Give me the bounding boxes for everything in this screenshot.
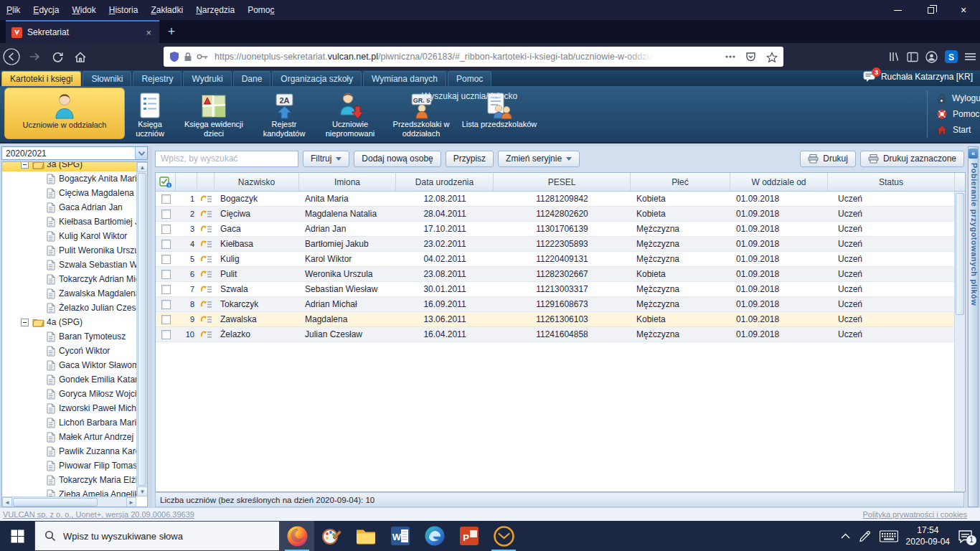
- bookmark-star-icon[interactable]: [766, 52, 778, 62]
- taskbar-explorer[interactable]: [349, 521, 383, 551]
- tree-student[interactable]: Gaca Adrian Jan: [2, 200, 136, 215]
- menu-plik[interactable]: Plik: [0, 5, 27, 15]
- tree-student[interactable]: Tokarczyk Maria Elżbieta: [2, 473, 136, 487]
- page-actions-icon[interactable]: [725, 55, 735, 58]
- col-pesel[interactable]: PESEL: [494, 173, 631, 191]
- table-row[interactable]: 9 Zawalska Magdalena 13.06.2011 11261306…: [156, 312, 965, 327]
- tree-student[interactable]: Pawlik Zuzanna Karolina: [2, 444, 136, 458]
- col-imiona[interactable]: Imiona: [299, 173, 396, 191]
- hamburger-menu-icon[interactable]: [965, 52, 976, 61]
- tree-student[interactable]: Baran Tymoteusz: [2, 329, 136, 344]
- tree-student[interactable]: Lichoń Barbara Maria: [2, 415, 136, 430]
- taskbar-paint[interactable]: [314, 521, 349, 551]
- table-row[interactable]: 10 Żelazko Julian Czesław 16.04.2011 112…: [156, 327, 965, 342]
- tree-student[interactable]: Bogaczyk Anita Maria: [2, 171, 136, 186]
- table-row[interactable]: 5 Kulig Karol Wiktor 04.02.2011 11220409…: [156, 252, 965, 267]
- select-all-header[interactable]: i: [156, 173, 176, 191]
- filter-button[interactable]: Filtruj: [303, 151, 349, 167]
- tree-horizontal-scrollbar[interactable]: ◄ ►: [2, 496, 136, 507]
- home-button[interactable]: [69, 46, 92, 67]
- tree-student[interactable]: Tokarczyk Adrian Michał: [2, 272, 136, 286]
- tree-group-3a-SPG-[interactable]: 3a (SPG): [2, 162, 136, 171]
- restore-button[interactable]: [914, 0, 947, 20]
- ribbon-uczniowie-w-oddziałach[interactable]: Uczniowie w oddziałach: [4, 88, 125, 139]
- quick-link-wyloguj[interactable]: Wyloguj: [937, 90, 980, 106]
- action-center-icon[interactable]: 1: [958, 529, 973, 543]
- privacy-policy-link[interactable]: Polityka prywatności i cookies: [862, 510, 967, 519]
- new-tab-button[interactable]: +: [159, 20, 184, 43]
- tree-student[interactable]: Cycoń Wiktor: [2, 344, 136, 358]
- key-icon[interactable]: [197, 53, 209, 60]
- expand-panel-icon[interactable]: «: [969, 149, 978, 159]
- close-button[interactable]: ×: [947, 0, 980, 20]
- table-row[interactable]: 2 Cięciwa Magdalena Natalia 28.04.2011 1…: [156, 207, 965, 222]
- table-row[interactable]: 8 Tokarczyk Adrian Michał 16.09.2011 112…: [156, 297, 965, 312]
- tab-close-icon[interactable]: ×: [143, 27, 154, 38]
- app-tab-s-owniki[interactable]: Słowniki: [83, 71, 131, 86]
- scroll-right-icon[interactable]: ►: [126, 497, 136, 507]
- table-row[interactable]: 7 Szwala Sebastian Wiesław 30.01.2011 11…: [156, 282, 965, 297]
- col-plec[interactable]: Płeć: [631, 173, 730, 191]
- app-tab-kartoteki-i-ksi-gi[interactable]: Kartoteki i księgi: [1, 71, 81, 86]
- print-button[interactable]: Drukuj: [800, 151, 856, 167]
- row-checkbox[interactable]: [161, 300, 171, 309]
- scroll-up-icon[interactable]: ▲: [137, 162, 148, 172]
- tree-student[interactable]: Żelazko Julian Czesław: [2, 301, 136, 315]
- row-checkbox[interactable]: [161, 270, 171, 279]
- serial-change-button[interactable]: Zmień seryjnie: [498, 151, 580, 167]
- messages-icon[interactable]: 3: [863, 71, 877, 83]
- app-tab-dane[interactable]: Dane: [233, 71, 271, 86]
- scroll-left-icon[interactable]: ◄: [2, 497, 12, 507]
- tree-student[interactable]: Izworski Paweł Michał: [2, 401, 136, 415]
- col-w-oddziale-od[interactable]: W oddziale od: [730, 173, 828, 191]
- table-row[interactable]: 6 Pulit Weronika Urszula 23.08.2011 1128…: [156, 267, 965, 282]
- app-tab-rejestry[interactable]: Rejestry: [133, 71, 182, 86]
- menu-zakładki[interactable]: Zakładki: [144, 5, 189, 15]
- menu-widok[interactable]: Widok: [65, 5, 102, 15]
- library-icon[interactable]: [888, 51, 900, 62]
- collapse-icon[interactable]: [21, 162, 29, 169]
- tree-student[interactable]: Kulig Karol Wiktor: [2, 229, 136, 243]
- ribbon-księga-ewidencji-dzieci[interactable]: Księga ewidencji dzieci: [175, 88, 253, 139]
- vulcan-version-link[interactable]: VULCAN sp. z o. o., Uonet+, wersja 20.09…: [3, 510, 194, 519]
- taskbar-mail[interactable]: [486, 521, 521, 551]
- tree-student[interactable]: Kiełbasa Bartłomiej Jakub: [2, 215, 136, 229]
- browser-tab[interactable]: Sekretariat ×: [6, 20, 159, 43]
- scroll-thumb[interactable]: [138, 173, 146, 486]
- tree-student[interactable]: Pulit Weronika Urszula: [2, 243, 136, 258]
- forward-button[interactable]: [23, 46, 46, 67]
- taskbar-powerpoint[interactable]: P: [452, 521, 486, 551]
- ribbon-uczniowie-niepromowani[interactable]: Uczniowie niepromowani: [316, 88, 385, 139]
- col-status[interactable]: Status: [828, 173, 955, 191]
- row-checkbox[interactable]: [161, 194, 171, 204]
- back-button[interactable]: [0, 46, 23, 67]
- skype-icon[interactable]: S: [945, 50, 958, 63]
- chevron-down-icon[interactable]: [135, 147, 147, 159]
- row-checkbox[interactable]: [161, 209, 171, 219]
- taskbar-search[interactable]: Wpisz tu wyszukiwane słowa: [34, 521, 280, 551]
- url-bar[interactable]: https://uonetplus-sekretariat.vulcan.net…: [164, 47, 783, 67]
- menu-edycja[interactable]: Edycja: [27, 5, 65, 15]
- menu-pomoc[interactable]: Pomoc: [241, 5, 281, 15]
- row-checkbox[interactable]: [161, 315, 171, 324]
- row-checkbox[interactable]: [161, 285, 171, 294]
- taskbar-word[interactable]: W: [383, 521, 418, 551]
- tree-student[interactable]: Goryca Miłosz Wojciech: [2, 387, 136, 401]
- tree-student[interactable]: Gaca Wiktor Sławomir: [2, 358, 136, 372]
- pocket-icon[interactable]: [745, 52, 756, 62]
- app-tab-wymiana-danych[interactable]: Wymiana danych: [363, 71, 446, 86]
- table-header[interactable]: i Nazwisko Imiona Data urodzenia PESEL P…: [156, 173, 965, 192]
- tree-group-4a-SPG-[interactable]: 4a (SPG): [2, 315, 136, 329]
- reload-button[interactable]: [46, 46, 69, 67]
- tree-student[interactable]: Gondek Emilia Katarzyna: [2, 372, 136, 387]
- lock-icon[interactable]: [184, 52, 192, 62]
- print-selected-button[interactable]: Drukuj zaznaczone: [860, 151, 964, 167]
- col-data-urodzenia[interactable]: Data urodzenia: [396, 173, 494, 191]
- assign-button[interactable]: Przypisz: [446, 151, 494, 167]
- tree-vertical-scrollbar[interactable]: ▲ ▼: [136, 162, 147, 496]
- student-search-hint[interactable]: Wyszukaj ucznia/dziecko: [422, 91, 517, 101]
- touch-keyboard-icon[interactable]: [880, 530, 898, 542]
- table-search-input[interactable]: Wpisz, by wyszukać: [155, 151, 298, 167]
- app-tab-pomoc[interactable]: Pomoc: [448, 71, 491, 86]
- row-checkbox[interactable]: [161, 240, 171, 249]
